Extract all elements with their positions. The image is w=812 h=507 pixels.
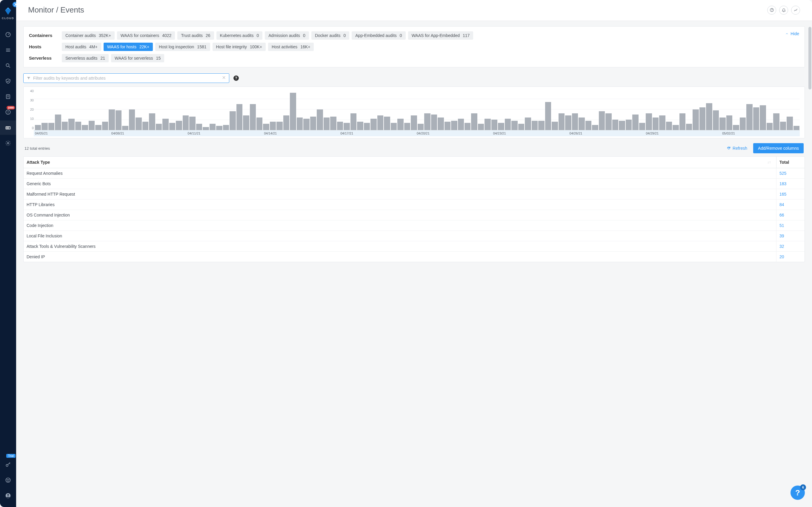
chart-bar[interactable] [290, 93, 296, 130]
chart-bar[interactable] [424, 113, 430, 130]
filter-chip[interactable]: Host log inspection1581 [155, 43, 210, 51]
refresh-button[interactable]: Refresh [727, 146, 747, 151]
chart-bar[interactable] [250, 104, 256, 130]
chart-bar[interactable] [653, 117, 659, 130]
chart-bar[interactable] [545, 102, 551, 130]
nav-containers[interactable] [0, 120, 16, 135]
filter-chip[interactable]: Host activities16K+ [268, 43, 314, 51]
chart-bar[interactable] [48, 123, 54, 130]
chart-bar[interactable] [586, 121, 592, 130]
chart-bar[interactable] [719, 117, 725, 130]
scrollbar[interactable] [808, 27, 811, 90]
chart-bar[interactable] [75, 122, 81, 130]
chart-bar[interactable] [303, 119, 309, 130]
chart-bar[interactable] [223, 125, 229, 130]
chart-bar[interactable] [679, 113, 686, 130]
chart-bar[interactable] [216, 126, 222, 130]
stats-icon[interactable] [791, 6, 800, 15]
chart-bar[interactable] [666, 122, 672, 130]
chart-bar[interactable] [142, 122, 148, 130]
chart-bar[interactable] [276, 122, 283, 130]
chart-bar[interactable] [263, 124, 269, 130]
chart-bar[interactable] [619, 121, 625, 130]
nav-reports[interactable] [0, 90, 16, 104]
chart-bar[interactable] [445, 122, 451, 130]
chart-bar[interactable] [780, 122, 786, 130]
chart-bar[interactable] [733, 125, 739, 130]
chart-bar[interactable] [404, 123, 410, 130]
chart-bar[interactable] [156, 124, 162, 130]
chart-bar[interactable] [794, 126, 800, 130]
chart-bar[interactable] [337, 122, 343, 130]
cell-total[interactable]: 51 [776, 220, 805, 231]
chart-bar[interactable] [491, 120, 497, 130]
chart-bar[interactable] [659, 115, 665, 130]
chart-bar[interactable] [377, 115, 383, 130]
add-remove-columns-button[interactable]: Add/Remove columns [753, 143, 804, 153]
chart-bar[interactable] [767, 123, 773, 130]
chart-bar[interactable] [552, 122, 558, 130]
chart-bar[interactable] [384, 117, 390, 130]
search-box[interactable] [23, 73, 229, 83]
chart-bar[interactable] [230, 111, 236, 130]
chart-bar[interactable] [102, 122, 108, 130]
chart-bar[interactable] [612, 120, 618, 130]
chart-bar[interactable] [572, 113, 578, 130]
clear-icon[interactable] [222, 75, 226, 81]
chart-bar[interactable] [632, 115, 638, 130]
chart-bar[interactable] [237, 104, 242, 130]
chart-bar[interactable] [700, 107, 705, 130]
chart-bar[interactable] [532, 121, 538, 130]
bell-icon[interactable] [779, 6, 788, 15]
nav-key[interactable]: Trial [0, 457, 16, 472]
chart-bar[interactable] [485, 119, 491, 130]
chart-bar[interactable] [176, 121, 182, 130]
chart-bar[interactable] [82, 125, 88, 130]
search-input[interactable] [33, 76, 222, 80]
chart-bar[interactable] [726, 115, 732, 130]
cell-total[interactable]: 165 [776, 189, 805, 199]
chart-bar[interactable] [599, 111, 605, 130]
chart-bar[interactable] [525, 117, 531, 130]
chart-bar[interactable] [592, 125, 598, 130]
chart-bar[interactable] [397, 119, 403, 130]
filter-chip[interactable]: Kubernetes audits0 [216, 31, 263, 40]
chart-bar[interactable] [109, 109, 115, 130]
column-attack-type[interactable]: Attack Type ↓↑ [23, 157, 776, 168]
chart-bar[interactable] [210, 124, 215, 130]
filter-chip[interactable]: Host file integrity100K+ [212, 43, 266, 51]
chart-bar[interactable] [706, 103, 712, 130]
chart-bar[interactable] [189, 117, 195, 130]
table-row[interactable]: Generic Bots183 [23, 179, 805, 189]
chart-bar[interactable] [330, 117, 336, 130]
chart-bar[interactable] [256, 117, 262, 130]
chart-bar[interactable] [68, 119, 74, 130]
table-row[interactable]: OS Command Injection66 [23, 210, 805, 220]
chart-bar[interactable] [89, 121, 95, 130]
chart-bar[interactable] [686, 124, 692, 130]
sort-icon[interactable]: ↓↑ [767, 160, 771, 164]
chart-bar[interactable] [565, 115, 571, 130]
chart-bar[interactable] [458, 119, 464, 130]
nav-settings[interactable] [0, 136, 16, 150]
chart-bar[interactable] [357, 122, 363, 130]
nav-dashboard[interactable] [0, 27, 16, 42]
hide-button[interactable]: Hide [785, 31, 799, 36]
table-row[interactable]: Denied IP20 [23, 252, 805, 262]
chart-bar[interactable] [62, 122, 68, 130]
filter-chip[interactable]: Admission audits0 [265, 31, 309, 40]
chart-bar[interactable] [626, 120, 632, 130]
filter-chip[interactable]: Serverless audits21 [62, 54, 109, 62]
chart-bar[interactable] [478, 124, 484, 130]
cell-total[interactable]: 32 [776, 241, 805, 251]
chart-bar[interactable] [753, 107, 759, 130]
chart-bar[interactable] [169, 123, 175, 130]
column-total[interactable]: Total [776, 157, 805, 168]
chart-bar[interactable] [451, 121, 457, 130]
chart-bar[interactable] [786, 117, 793, 130]
chart-bar[interactable] [760, 105, 766, 130]
chart-bar[interactable] [162, 119, 168, 130]
filter-chip[interactable]: WAAS for containers4022 [117, 31, 175, 40]
chart-bar[interactable] [418, 124, 423, 130]
filter-chip[interactable]: Trust audits26 [177, 31, 214, 40]
